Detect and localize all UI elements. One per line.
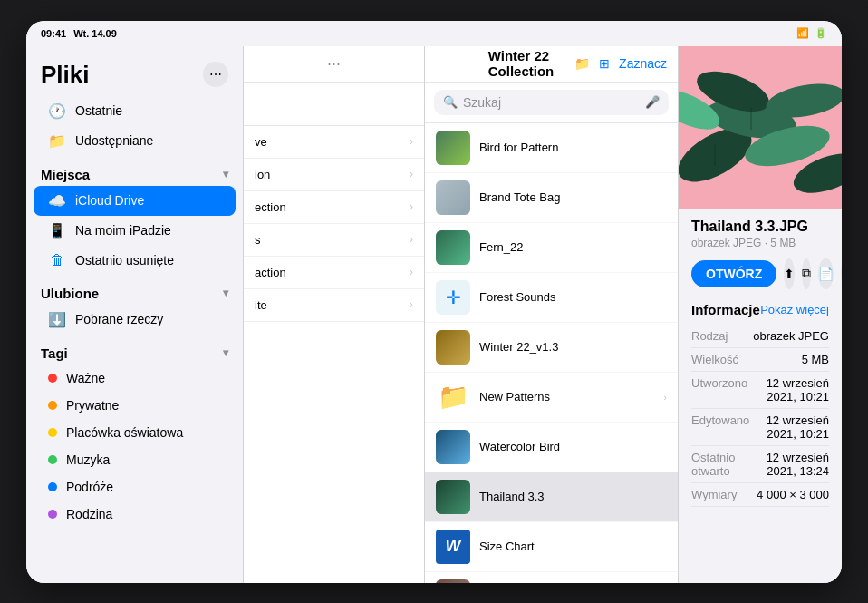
tag-dot-icon xyxy=(48,510,57,519)
sidebar-item-label: Muzyka xyxy=(66,452,110,467)
sidebar-menu-button[interactable]: ⋯ xyxy=(203,62,228,87)
info-value: 12 wrzesień 2021, 10:21 xyxy=(749,413,829,441)
microphone-icon[interactable]: 🎤 xyxy=(645,95,660,109)
chevron-right-icon: › xyxy=(410,200,413,213)
tag-dot-icon xyxy=(48,401,57,410)
share-button[interactable]: ⬆ xyxy=(784,258,795,289)
chevron-down-icon: ▾ xyxy=(223,168,228,180)
middle-item-ite[interactable]: ite › xyxy=(244,289,424,322)
sidebar-item-icloud[interactable]: ☁️ iCloud Drive xyxy=(34,186,236,216)
file-item-watercolor-bird[interactable]: Watercolor Bird xyxy=(425,423,678,472)
sidebar: Pliki ⋯ 🕐 Ostatnie 📁 Udostępniane Miejsc… xyxy=(26,46,244,583)
download-icon: ⬇️ xyxy=(48,311,66,328)
status-right: 📶 🔋 xyxy=(796,27,827,39)
file-item-brand-tote[interactable]: Brand Tote Bag xyxy=(425,173,678,223)
show-more-link[interactable]: Pokaż więcej xyxy=(760,303,829,316)
file-thumbnail xyxy=(436,330,470,365)
sidebar-item-label: Podróże xyxy=(66,480,113,494)
battery-icon: 🔋 xyxy=(815,27,827,39)
info-label: Wielkość xyxy=(691,353,738,366)
info-value: 5 MB xyxy=(802,353,829,366)
leaf-svg xyxy=(679,46,842,209)
info-row-wymiary: Wymiary 4 000 × 3 000 xyxy=(691,483,829,507)
info-value: obrazek JPEG xyxy=(753,329,829,343)
middle-item-ve[interactable]: ve › xyxy=(244,126,424,159)
sidebar-item-usuniete[interactable]: 🗑 Ostatnio usunięte xyxy=(34,246,236,275)
file-item-winter22v1[interactable]: Winter 22_v1.3 xyxy=(425,323,678,373)
info-label: Edytowano xyxy=(691,413,749,441)
chevron-right-icon: › xyxy=(663,392,667,403)
sidebar-item-label: Pobrane rzeczy xyxy=(75,312,163,326)
sidebar-item-label: Rodzina xyxy=(66,507,112,521)
sidebar-title: Pliki xyxy=(41,61,89,89)
sidebar-item-placowka[interactable]: Placówka oświatowa xyxy=(34,419,236,446)
file-name: Winter 22_v1.3 xyxy=(479,340,558,354)
file-name: Bird for Pattern xyxy=(479,141,558,154)
file-item-size-chart[interactable]: W Size Chart xyxy=(425,522,678,572)
copy-button[interactable]: ⧉ xyxy=(802,258,811,289)
sidebar-item-ostatnie[interactable]: 🕐 Ostatnie xyxy=(34,96,236,126)
middle-item-action[interactable]: action › xyxy=(244,257,424,289)
file-item-new-patterns[interactable]: 📁 New Patterns › xyxy=(425,373,678,423)
middle-item-ection[interactable]: ection › xyxy=(244,191,424,224)
chevron-down-icon: ▾ xyxy=(223,287,228,299)
open-button[interactable]: OTWÓRZ xyxy=(691,260,776,287)
sidebar-item-wazne[interactable]: Ważne xyxy=(34,365,236,392)
file-name: Brand Tote Bag xyxy=(479,190,560,204)
info-value: 4 000 × 3 000 xyxy=(757,488,829,501)
file-thumbnail: W xyxy=(436,530,470,564)
info-value: 12 wrzesień 2021, 10:21 xyxy=(747,376,829,404)
sidebar-item-podroze[interactable]: Podróże xyxy=(34,473,236,501)
file-item-pattern-ref[interactable]: Pattern Reference xyxy=(425,572,678,583)
file-thumbnail xyxy=(436,480,470,514)
search-bar: 🔍 🎤 xyxy=(434,90,669,115)
device-frame: 09:41 Wt. 14.09 📶 🔋 Pliki ⋯ 🕐 Ostatnie 📁… xyxy=(26,21,842,583)
file-item-fern22[interactable]: Fern_22 xyxy=(425,223,678,273)
file-thumbnail: 📁 xyxy=(436,380,470,414)
preview-filesize: obrazek JPEG · 5 MB xyxy=(691,237,829,249)
file-name: New Patterns xyxy=(479,390,550,404)
icloud-icon: ☁️ xyxy=(48,192,66,209)
info-label: Rodzaj xyxy=(691,329,728,343)
sidebar-item-prywatne[interactable]: Prywatne xyxy=(34,392,236,419)
info-label: Ostatnio otwarto xyxy=(691,451,747,478)
info-label: Utworzono xyxy=(691,376,747,404)
file-thumbnail xyxy=(436,579,470,583)
file-list: Winter 22 Collection 📁 ⊞ Zaznacz 🔍 🎤 xyxy=(425,46,679,583)
sidebar-item-label: Ostatnio usunięte xyxy=(75,253,174,267)
sidebar-item-ipad[interactable]: 📱 Na moim iPadzie xyxy=(34,216,236,246)
file-item-thailand33[interactable]: Thailand 3.3 xyxy=(425,472,678,522)
middle-item-s[interactable]: s › xyxy=(244,224,424,257)
select-button[interactable]: Zaznacz xyxy=(619,56,667,71)
middle-col-header: ··· xyxy=(244,46,424,83)
search-input[interactable] xyxy=(463,95,640,110)
info-label: Wymiary xyxy=(691,488,737,501)
sidebar-item-rodzina[interactable]: Rodzina xyxy=(34,501,236,528)
middle-item-ion[interactable]: ion › xyxy=(244,159,424,191)
more-actions-button[interactable]: ··· xyxy=(841,258,842,289)
export-button[interactable]: 📄 xyxy=(818,258,834,289)
file-item-bird-pattern[interactable]: Bird for Pattern xyxy=(425,123,678,173)
status-left: 09:41 Wt. 14.09 xyxy=(41,28,117,39)
status-bar: 09:41 Wt. 14.09 📶 🔋 xyxy=(26,21,842,46)
file-item-forest-sounds[interactable]: ✛ Forest Sounds xyxy=(425,273,678,323)
section-tagi: Tagi ▾ xyxy=(26,335,243,365)
sidebar-item-udostepniane[interactable]: 📁 Udostępniane xyxy=(34,126,236,156)
search-icon: 🔍 xyxy=(443,95,458,109)
chevron-down-icon: ▾ xyxy=(223,346,228,359)
sidebar-item-label: Prywatne xyxy=(66,398,119,413)
middle-column: ··· ve › ion › ection › s › action › xyxy=(244,46,425,583)
file-name: Size Chart xyxy=(479,540,535,553)
file-thumbnail xyxy=(436,180,470,215)
sidebar-item-label: Placówka oświatowa xyxy=(66,425,183,440)
wifi-icon: 📶 xyxy=(796,27,809,39)
file-thumbnail xyxy=(436,131,470,165)
section-title: Miejsca xyxy=(41,167,90,182)
sidebar-item-muzyka[interactable]: Muzyka xyxy=(34,446,236,473)
info-section-header: Informacje Pokaż więcej xyxy=(691,302,829,317)
section-ulubione: Ulubione ▾ xyxy=(26,275,243,305)
info-row-ostatnio-otwarto: Ostatnio otwarto 12 wrzesień 2021, 13:24 xyxy=(691,446,829,483)
window-title: Winter 22 Collection xyxy=(488,48,615,79)
sidebar-item-pobrane[interactable]: ⬇️ Pobrane rzeczy xyxy=(34,305,236,335)
ipad-icon: 📱 xyxy=(48,222,66,239)
